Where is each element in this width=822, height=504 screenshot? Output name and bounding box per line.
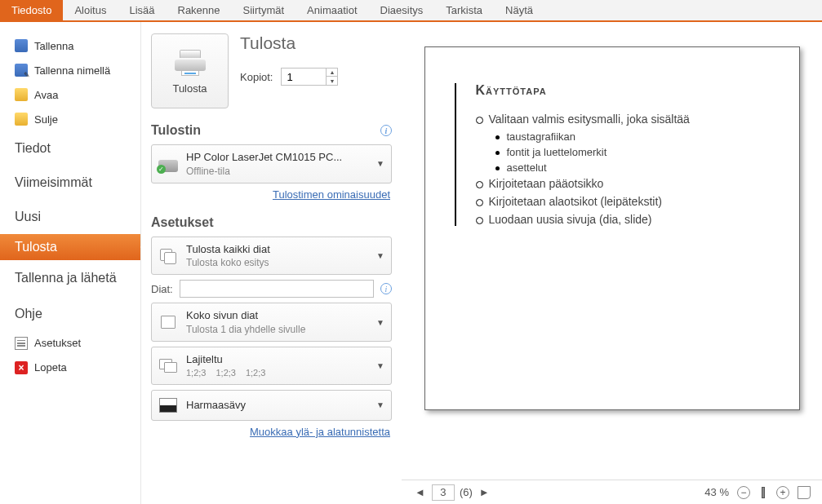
folder-open-icon xyxy=(15,88,28,101)
info-icon[interactable]: i xyxy=(380,125,392,136)
print-preview: Käyttötapa Valitaan valmis esitysmalli, … xyxy=(402,22,822,504)
save-icon xyxy=(15,39,28,52)
slide-list: Valitaan valmis esitysmalli, joka sisält… xyxy=(476,113,770,226)
nav-open-label: Avaa xyxy=(34,89,58,101)
nav-help[interactable]: Ohje xyxy=(0,297,140,331)
tab-aloitus[interactable]: Aloitus xyxy=(63,0,118,20)
slides-label: Diat: xyxy=(151,283,173,295)
nav-open[interactable]: Avaa xyxy=(0,82,140,107)
printer-heading: Tulostin xyxy=(151,123,201,138)
print-range-l1: Tulosta kaikki diat xyxy=(186,242,368,257)
tab-tiedosto[interactable]: Tiedosto xyxy=(0,0,63,20)
zoom-slider[interactable] xyxy=(762,487,765,498)
tab-diaesitys[interactable]: Diaesitys xyxy=(369,0,435,20)
next-page-button[interactable]: ► xyxy=(478,486,491,498)
nav-save[interactable]: Tallenna xyxy=(0,33,140,58)
tab-näytä[interactable]: Näytä xyxy=(494,0,544,20)
zoom-in-button[interactable]: + xyxy=(776,486,789,499)
nav-options[interactable]: Asetukset xyxy=(0,331,140,356)
zoom-level: 43 % xyxy=(704,486,729,498)
tab-siirtymät[interactable]: Siirtymät xyxy=(232,0,296,20)
nav-save-as[interactable]: Tallenna nimellä xyxy=(0,58,140,82)
settings-heading: Asetukset xyxy=(151,215,213,230)
list-item: asettelut xyxy=(495,161,770,174)
color-dropdown[interactable]: Harmaasävy ▼ xyxy=(151,390,392,421)
folder-close-icon xyxy=(15,113,28,126)
print-settings-panel: Tulosta Tulosta Kopiot: ▲▼ Tulostin i HP xyxy=(140,22,402,504)
nav-send[interactable]: Tallenna ja lähetä xyxy=(0,260,140,297)
prev-page-button[interactable]: ◄ xyxy=(413,486,427,498)
nav-options-label: Asetukset xyxy=(34,337,81,349)
tab-animaatiot[interactable]: Animaatiot xyxy=(295,0,368,20)
collate-nums: 1;2;31;2;31;2;3 xyxy=(186,367,368,379)
collate-l1: Lajiteltu xyxy=(186,352,368,367)
chevron-down-icon: ▼ xyxy=(376,159,384,168)
tab-lisää[interactable]: Lisää xyxy=(118,0,166,20)
all-slides-icon xyxy=(158,246,178,266)
list-item: Kirjoitetaan pääotsikko xyxy=(476,177,770,190)
fit-to-window-button[interactable] xyxy=(798,486,811,499)
printer-dropdown[interactable]: HP Color LaserJet CM1015 PC... Offline-t… xyxy=(151,144,392,183)
chevron-down-icon: ▼ xyxy=(376,400,384,409)
info-icon[interactable]: i xyxy=(380,283,392,294)
nav-recent[interactable]: Viimeisimmät xyxy=(0,166,140,200)
nav-save-as-label: Tallenna nimellä xyxy=(34,64,110,77)
page-number[interactable]: 3 xyxy=(432,484,455,501)
nav-close[interactable]: Sulje xyxy=(0,107,140,131)
nav-send-label: Tallenna ja lähetä xyxy=(15,270,117,287)
copies-label: Kopiot: xyxy=(240,71,273,83)
nav-info[interactable]: Tiedot xyxy=(0,131,140,166)
print-button[interactable]: Tulosta xyxy=(151,33,229,108)
zoom-out-button[interactable]: − xyxy=(737,486,750,499)
list-item: fontit ja luettelomerkit xyxy=(495,146,770,158)
full-page-icon xyxy=(158,312,178,332)
tab-rakenne[interactable]: Rakenne xyxy=(167,0,232,20)
collate-icon xyxy=(158,356,178,375)
nav-close-label: Sulje xyxy=(34,113,58,126)
edit-header-footer-link[interactable]: Muokkaa ylä- ja alatunnistetta xyxy=(153,426,390,438)
nav-new[interactable]: Uusi xyxy=(0,200,140,234)
list-item: Valitaan valmis esitysmalli, joka sisält… xyxy=(476,113,770,126)
page-total: (6) xyxy=(460,486,473,498)
nav-save-label: Tallenna xyxy=(34,40,73,52)
list-item: Luodaan uusia sivuja (dia, slide) xyxy=(476,213,770,226)
layout-dropdown[interactable]: Koko sivun diat Tulosta 1 dia yhdelle si… xyxy=(151,303,392,342)
color-l1: Harmaasävy xyxy=(186,398,368,413)
copies-up[interactable]: ▲ xyxy=(327,69,337,77)
chevron-down-icon: ▼ xyxy=(376,361,384,370)
ribbon-tabs: TiedostoAloitusLisääRakenneSiirtymätAnim… xyxy=(0,0,822,22)
layout-l1: Koko sivun diat xyxy=(186,308,368,323)
tab-tarkista[interactable]: Tarkista xyxy=(434,0,494,20)
print-button-label: Tulosta xyxy=(172,82,207,95)
chevron-down-icon: ▼ xyxy=(376,251,384,260)
nav-info-label: Tiedot xyxy=(15,141,51,156)
list-item: taustagrafiikan xyxy=(495,130,770,143)
printer-status: Offline-tila xyxy=(186,165,368,178)
nav-print[interactable]: Tulosta xyxy=(0,234,140,260)
slide-preview: Käyttötapa Valitaan valmis esitysmalli, … xyxy=(424,46,800,410)
printer-properties-link[interactable]: Tulostimen ominaisuudet xyxy=(153,188,390,201)
nav-print-label: Tulosta xyxy=(15,240,57,254)
nav-exit-label: Lopeta xyxy=(34,361,67,374)
nav-exit[interactable]: Lopeta xyxy=(0,356,140,380)
nav-new-label: Uusi xyxy=(15,210,41,224)
layout-l2: Tulosta 1 dia yhdelle sivulle xyxy=(186,323,368,336)
preview-status-bar: ◄ 3 (6) ► 43 % − + xyxy=(402,480,822,504)
copies-down[interactable]: ▼ xyxy=(327,77,337,85)
nav-recent-label: Viimeisimmät xyxy=(15,175,92,190)
slide-title: Käyttötapa xyxy=(476,83,770,98)
print-range-dropdown[interactable]: Tulosta kaikki diat Tulosta koko esitys … xyxy=(151,237,392,276)
chevron-down-icon: ▼ xyxy=(376,318,384,327)
nav-help-label: Ohje xyxy=(15,307,42,321)
print-range-l2: Tulosta koko esitys xyxy=(186,256,368,269)
slides-input[interactable] xyxy=(180,280,374,298)
backstage-nav: Tallenna Tallenna nimellä Avaa Sulje Tie… xyxy=(0,22,140,504)
grayscale-icon xyxy=(158,396,178,415)
collate-dropdown[interactable]: Lajiteltu 1;2;31;2;31;2;3 ▼ xyxy=(151,347,392,384)
save-as-icon xyxy=(15,64,28,77)
printer-icon xyxy=(173,48,207,76)
copies-input[interactable] xyxy=(282,69,326,85)
exit-icon xyxy=(15,361,28,374)
copies-spinner[interactable]: ▲▼ xyxy=(281,68,338,86)
list-item: Kirjoitetaan alaotsikot (leipätekstit) xyxy=(476,195,770,208)
